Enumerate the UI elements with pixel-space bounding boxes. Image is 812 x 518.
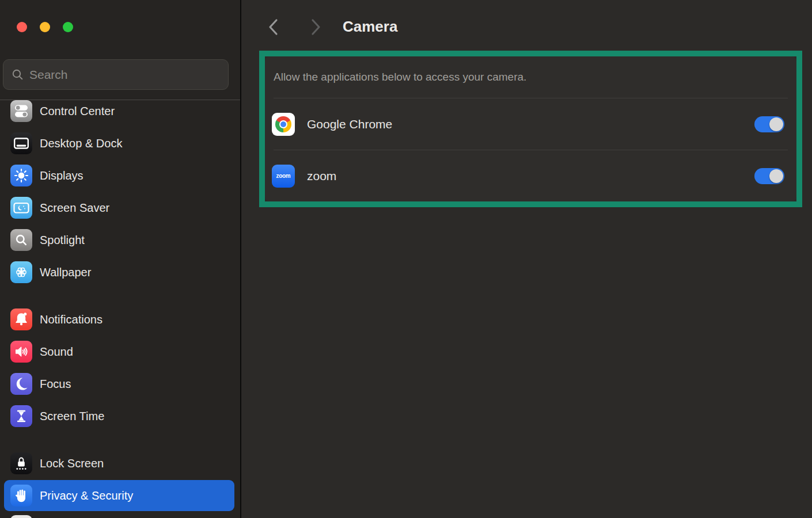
app-name: zoom: [307, 169, 336, 183]
search-icon: [12, 68, 24, 81]
sidebar-item-wallpaper[interactable]: Wallpaper: [0, 256, 240, 288]
sidebar-item-label: Control Center: [40, 105, 115, 118]
sidebar-item-notifications[interactable]: Notifications: [0, 303, 240, 336]
annotation-highlight-box: Allow the applications below to access y…: [259, 51, 802, 207]
displays-icon: [10, 165, 32, 186]
sidebar-item-lock-screen[interactable]: Lock Screen: [0, 447, 240, 479]
sidebar-item-spotlight[interactable]: Spotlight: [0, 224, 240, 256]
sidebar-item-label: Focus: [40, 378, 71, 391]
sidebar-item-label: Notifications: [40, 313, 103, 326]
screen-time-icon: [10, 405, 32, 427]
back-button[interactable]: [266, 17, 282, 37]
sidebar-item-privacy-security[interactable]: Privacy & Security: [4, 480, 234, 511]
sidebar-item-displays[interactable]: Displays: [0, 159, 240, 192]
desktop-dock-icon: [10, 132, 32, 154]
sidebar-item-desktop-dock[interactable]: Desktop & Dock: [0, 127, 240, 159]
sidebar-item-label: Screen Saver: [40, 201, 109, 215]
zoom-window-button[interactable]: [63, 22, 73, 32]
search-input[interactable]: [29, 68, 202, 82]
sidebar-item-label: Lock Screen: [40, 457, 104, 470]
app-row-google-chrome: Google Chrome: [274, 98, 788, 150]
search-field[interactable]: [3, 59, 229, 90]
sidebar-item-sound[interactable]: Sound: [0, 336, 240, 368]
sidebar-item-screen-saver[interactable]: Screen Saver: [0, 192, 240, 224]
lock-screen-icon: [10, 452, 32, 474]
settings-sidebar: Control Center Desktop & Dock: [0, 0, 240, 518]
chrome-app-icon: [272, 113, 295, 136]
sidebar-item-screen-time[interactable]: Screen Time: [0, 400, 240, 432]
toggle-knob: [769, 169, 783, 183]
app-name: Google Chrome: [307, 117, 392, 131]
sidebar-item-label: Desktop & Dock: [40, 137, 122, 150]
focus-icon: [10, 373, 32, 395]
sidebar-item-label: Spotlight: [40, 234, 85, 247]
page-title: Camera: [343, 18, 397, 36]
camera-settings-pane: Camera Allow the applications below to a…: [241, 0, 812, 518]
privacy-security-icon: [10, 485, 32, 506]
spotlight-icon: [10, 229, 32, 251]
camera-toggle-zoom[interactable]: [754, 168, 784, 184]
minimize-button[interactable]: [40, 22, 50, 32]
sidebar-item-label: Wallpaper: [40, 266, 91, 279]
sidebar-item-control-center[interactable]: Control Center: [0, 95, 240, 127]
sound-icon: [10, 341, 32, 363]
sidebar-item-label: Sound: [40, 345, 73, 359]
screen-saver-icon: [10, 197, 32, 219]
close-button[interactable]: [17, 22, 27, 32]
sidebar-item-label: Displays: [40, 169, 84, 182]
sidebar-item-focus[interactable]: Focus: [0, 368, 240, 400]
sidebar-item-label: Privacy & Security: [40, 489, 133, 502]
control-center-icon: [10, 100, 32, 122]
camera-toggle-google-chrome[interactable]: [754, 116, 784, 132]
toggle-knob: [769, 117, 783, 131]
app-row-zoom: zoom zoom: [274, 150, 788, 201]
wallpaper-icon: [10, 261, 32, 283]
permissions-description: Allow the applications below to access y…: [274, 56, 788, 98]
notifications-icon: [10, 308, 32, 330]
camera-permissions-card: Allow the applications below to access y…: [265, 56, 796, 201]
zoom-app-icon: zoom: [272, 165, 295, 188]
forward-button[interactable]: [307, 17, 323, 37]
sidebar-item-partial-icon: [10, 515, 32, 518]
sidebar-item-label: Screen Time: [40, 410, 104, 423]
